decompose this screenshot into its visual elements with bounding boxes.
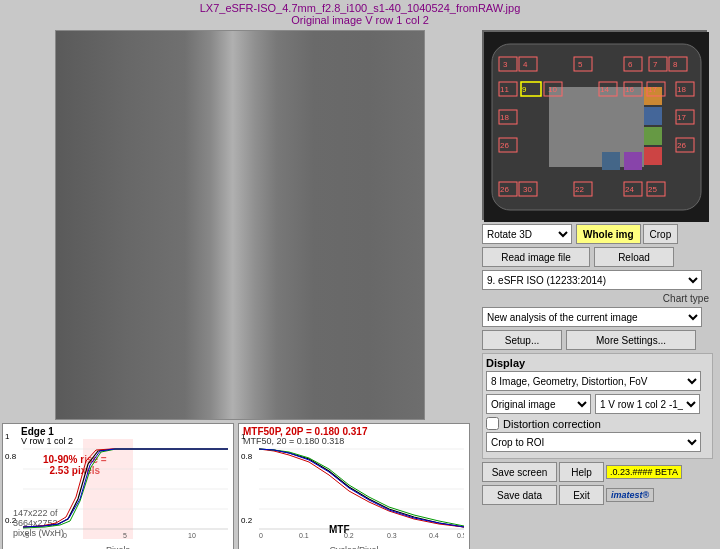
display-option-row: 8 Image, Geometry, Distortion, FoV [486, 371, 709, 391]
svg-text:8: 8 [673, 60, 678, 69]
thumbnail-svg: 3 4 5 6 7 8 11 18 26 18 [484, 32, 709, 222]
distortion-label: Distortion correction [503, 418, 601, 430]
exit-button[interactable]: Exit [559, 485, 604, 505]
crop-roi-row: Crop to ROI [486, 432, 709, 452]
svg-text:26: 26 [500, 185, 509, 194]
save-data-button[interactable]: Save data [482, 485, 557, 505]
save-screen-button[interactable]: Save screen [482, 462, 557, 482]
mtf-xlabel: Cycles/Pixel [329, 545, 378, 549]
svg-text:10: 10 [548, 85, 557, 94]
distortion-checkbox[interactable] [486, 417, 499, 430]
svg-text:7: 7 [653, 60, 658, 69]
chart-type-label: Chart type [663, 293, 709, 304]
row-col-select[interactable]: 1 V row 1 col 2 -1_-1_L_E [595, 394, 700, 414]
title-bar: LX7_eSFR-ISO_4.7mm_f2.8_i100_s1-40_10405… [0, 0, 720, 28]
svg-text:17: 17 [677, 113, 686, 122]
read-reload-row: Read image file Reload [482, 247, 713, 267]
svg-text:3: 3 [503, 60, 508, 69]
svg-text:26: 26 [677, 141, 686, 150]
svg-text:0.3: 0.3 [387, 532, 397, 539]
whole-img-button[interactable]: Whole img [576, 224, 641, 244]
svg-text:0: 0 [259, 532, 263, 539]
imatest-logo: imatest® [606, 488, 654, 502]
mtf-chart: 1 0.8 0.2 MTF50P, 20P = 0.180 0.317 MTF5… [238, 423, 470, 549]
svg-text:0.4: 0.4 [429, 532, 439, 539]
left-panel: 1 0.8 0.2 Edge 1 V row 1 col 2 10-90% ri… [0, 28, 480, 549]
crop-button[interactable]: Crop [643, 224, 679, 244]
svg-rect-29 [602, 152, 620, 170]
setup-button[interactable]: Setup... [482, 330, 562, 350]
edge-chart-svg: -5 0 5 10 [23, 439, 228, 539]
image-source-select[interactable]: Original image [486, 394, 591, 414]
svg-text:30: 30 [523, 185, 532, 194]
svg-text:5: 5 [578, 60, 583, 69]
svg-text:11: 11 [500, 85, 509, 94]
svg-text:4: 4 [523, 60, 528, 69]
chart-type-row: Chart type [482, 293, 713, 304]
mtf-y-low: 0.2 [241, 516, 252, 525]
display-option-select[interactable]: 8 Image, Geometry, Distortion, FoV [486, 371, 701, 391]
svg-text:26: 26 [500, 141, 509, 150]
standard-row: 9. eSFR ISO (12233:2014) [482, 270, 713, 290]
crop-roi-select[interactable]: Crop to ROI [486, 432, 701, 452]
reload-button[interactable]: Reload [594, 247, 674, 267]
svg-text:-5: -5 [23, 532, 29, 539]
svg-text:17: 17 [648, 85, 657, 94]
svg-text:22: 22 [575, 185, 584, 194]
distortion-row: Distortion correction [486, 417, 709, 430]
svg-rect-28 [624, 152, 642, 170]
more-settings-button[interactable]: More Settings... [566, 330, 696, 350]
help-button[interactable]: Help [559, 462, 604, 482]
right-panel: 3 4 5 6 7 8 11 18 26 18 [480, 28, 715, 549]
read-image-file-button[interactable]: Read image file [482, 247, 590, 267]
svg-rect-27 [644, 147, 662, 165]
analysis-row: New analysis of the current image [482, 307, 713, 327]
save-exit-row: Save data Exit imatest® [482, 485, 713, 505]
rotate-select[interactable]: Rotate 3D [482, 224, 572, 244]
analysis-select[interactable]: New analysis of the current image [482, 307, 702, 327]
svg-text:16: 16 [625, 85, 634, 94]
svg-text:0.5: 0.5 [457, 532, 464, 539]
svg-text:0: 0 [63, 532, 67, 539]
y-axis-08-label: 0.8 [5, 452, 16, 461]
main-image-area [55, 30, 425, 420]
image-source-row: Original image 1 V row 1 col 2 -1_-1_L_E [486, 394, 709, 414]
mtf-chart-svg: 0 0.1 0.2 0.3 0.4 0.5 [259, 439, 464, 539]
svg-rect-25 [644, 107, 662, 125]
svg-text:0.1: 0.1 [299, 532, 309, 539]
subtitle-text: Original image V row 1 col 2 [0, 14, 720, 26]
display-section-label: Display [486, 357, 709, 369]
svg-text:0.2: 0.2 [344, 532, 354, 539]
bottom-buttons-row: Save screen Help .0.23.#### BETA [482, 462, 713, 482]
display-section: Display 8 Image, Geometry, Distortion, F… [482, 353, 713, 459]
svg-text:9: 9 [522, 85, 527, 94]
svg-text:24: 24 [625, 185, 634, 194]
edge-chart: 1 0.8 0.2 Edge 1 V row 1 col 2 10-90% ri… [2, 423, 234, 549]
main-layout: 1 0.8 0.2 Edge 1 V row 1 col 2 10-90% ri… [0, 28, 720, 549]
svg-text:10: 10 [188, 532, 196, 539]
svg-text:6: 6 [628, 60, 633, 69]
standard-select[interactable]: 9. eSFR ISO (12233:2014) [482, 270, 702, 290]
svg-text:14: 14 [600, 85, 609, 94]
svg-text:18: 18 [500, 113, 509, 122]
svg-text:18: 18 [677, 85, 686, 94]
setup-row: Setup... More Settings... [482, 330, 713, 350]
filename-text: LX7_eSFR-ISO_4.7mm_f2.8_i100_s1-40_10405… [0, 2, 720, 14]
charts-row: 1 0.8 0.2 Edge 1 V row 1 col 2 10-90% ri… [0, 423, 480, 549]
mtf-y-08: 0.8 [241, 452, 252, 461]
svg-text:25: 25 [648, 185, 657, 194]
rotate-row: Rotate 3D Whole img Crop [482, 224, 713, 244]
version-badge: .0.23.#### BETA [606, 465, 682, 479]
y-axis-top-label: 1 [5, 432, 9, 441]
svg-rect-26 [644, 127, 662, 145]
thumbnail-area: 3 4 5 6 7 8 11 18 26 18 [482, 30, 707, 220]
svg-text:5: 5 [123, 532, 127, 539]
edge-xlabel: Pixels [106, 545, 130, 549]
